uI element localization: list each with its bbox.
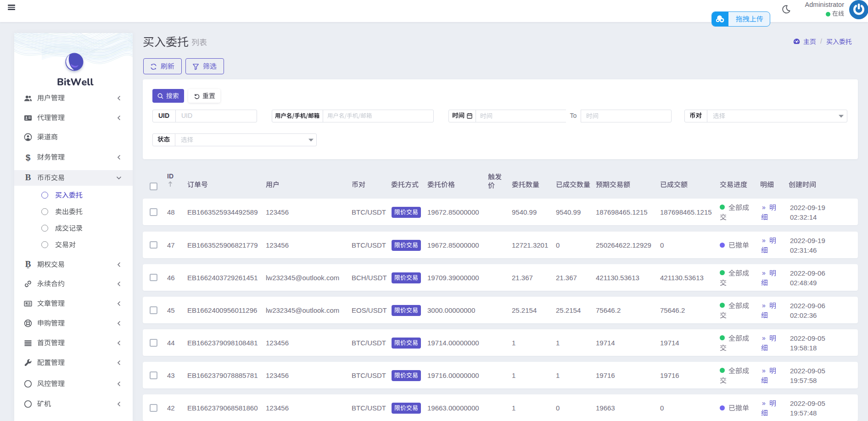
svg-text:B: B [25, 259, 31, 269]
svg-text:B: B [25, 172, 31, 182]
svg-text:$: $ [26, 152, 31, 162]
